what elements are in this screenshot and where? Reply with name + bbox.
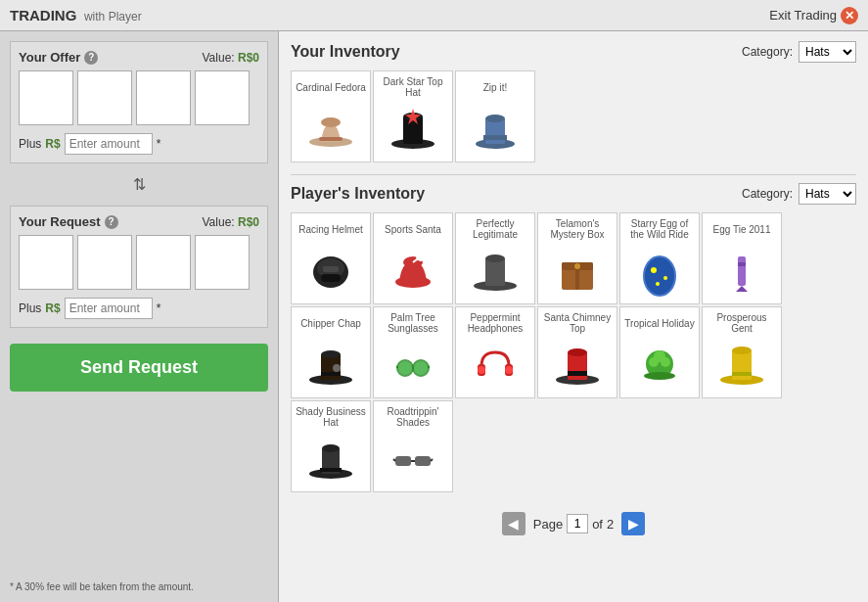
player-inventory-item[interactable]: Prosperous Gent bbox=[702, 306, 782, 398]
item-image bbox=[630, 241, 689, 300]
request-slot-2[interactable] bbox=[77, 235, 132, 290]
request-slot-4[interactable] bbox=[195, 235, 250, 290]
player-inventory-item[interactable]: Perfectly Legitimate bbox=[455, 212, 535, 304]
item-image bbox=[466, 335, 525, 394]
player-inventory-item[interactable]: Sports Santa bbox=[373, 212, 453, 304]
item-name: Tropical Holiday bbox=[624, 311, 694, 335]
offer-asterisk: * bbox=[157, 137, 161, 151]
item-image bbox=[466, 241, 525, 300]
your-inventory-grid: Cardinal FedoraDark Star Top HatZip it! bbox=[291, 70, 856, 162]
svg-point-56 bbox=[644, 372, 675, 380]
item-image bbox=[301, 429, 360, 487]
header-title: TRADING with Player bbox=[10, 7, 142, 23]
player-inventory-item[interactable]: Egg Tie 2011 bbox=[702, 212, 782, 304]
svg-rect-51 bbox=[568, 371, 587, 376]
svg-point-63 bbox=[322, 444, 340, 452]
item-name: Roadtrippin' Shades bbox=[378, 405, 448, 429]
fee-note: * A 30% fee will be taken from the amoun… bbox=[10, 574, 268, 592]
offer-slot-3[interactable] bbox=[136, 70, 191, 125]
svg-point-25 bbox=[574, 263, 580, 269]
svg-point-54 bbox=[649, 357, 659, 367]
item-name: Zip it! bbox=[483, 75, 507, 99]
svg-rect-31 bbox=[738, 256, 746, 286]
svg-rect-10 bbox=[483, 135, 507, 140]
header-bar: TRADING with Player Exit Trading ✕ bbox=[0, 0, 868, 31]
player-inventory-grid: Racing HelmetSports SantaPerfectly Legit… bbox=[291, 212, 856, 492]
svg-rect-33 bbox=[738, 262, 746, 266]
player-inventory-item[interactable]: Peppermint Headphones bbox=[455, 306, 535, 398]
item-image bbox=[301, 99, 360, 158]
request-plus-row: Plus R$ * bbox=[19, 298, 259, 319]
svg-point-30 bbox=[656, 282, 660, 286]
item-name: Chipper Chap bbox=[300, 311, 361, 335]
player-category-label: Category: bbox=[742, 187, 793, 201]
offer-slot-1[interactable] bbox=[19, 70, 73, 125]
your-inventory-item[interactable]: Cardinal Fedora bbox=[291, 70, 371, 162]
send-request-button[interactable]: Send Request bbox=[10, 344, 268, 392]
item-name: Starry Egg of the Wild Ride bbox=[624, 217, 695, 241]
request-asterisk: * bbox=[157, 301, 161, 315]
item-image bbox=[384, 429, 442, 487]
player-inventory-item[interactable]: Telamon's Mystery Box bbox=[537, 212, 617, 304]
svg-point-40 bbox=[413, 360, 429, 376]
request-item-slots bbox=[19, 235, 259, 290]
svg-rect-66 bbox=[415, 456, 431, 466]
item-image bbox=[384, 335, 442, 394]
page-prev-button[interactable]: ◀ bbox=[502, 512, 525, 535]
your-category-select[interactable]: Hats Faces Gear bbox=[799, 41, 856, 63]
svg-point-38 bbox=[333, 364, 341, 372]
svg-point-47 bbox=[505, 366, 513, 374]
item-image bbox=[301, 335, 360, 394]
item-image bbox=[712, 241, 771, 300]
request-slot-1[interactable] bbox=[19, 235, 73, 290]
item-image bbox=[301, 241, 360, 300]
item-name: Racing Helmet bbox=[298, 217, 363, 241]
player-inventory-section: Player's Inventory Category: Hats Faces … bbox=[291, 183, 856, 492]
request-title: Your Request bbox=[19, 214, 101, 229]
arrows-icon: ⇅ bbox=[133, 175, 146, 194]
svg-point-50 bbox=[568, 348, 587, 356]
svg-point-1 bbox=[321, 117, 341, 127]
item-name: Santa Chimney Top bbox=[542, 311, 613, 335]
svg-marker-32 bbox=[736, 286, 748, 292]
request-slot-3[interactable] bbox=[136, 235, 191, 290]
player-inventory-item[interactable]: Chipper Chap bbox=[291, 306, 371, 398]
player-inventory-item[interactable]: Tropical Holiday bbox=[619, 306, 700, 398]
item-name: Peppermint Headphones bbox=[460, 311, 530, 335]
offer-slot-4[interactable] bbox=[195, 70, 250, 125]
player-inventory-item[interactable]: Starry Egg of the Wild Ride bbox=[619, 212, 700, 304]
total-pages: 2 bbox=[607, 517, 614, 532]
offer-plus-label: Plus bbox=[19, 137, 41, 151]
offer-help-icon[interactable]: ? bbox=[84, 51, 98, 65]
request-value-label: Value: R$0 bbox=[203, 215, 260, 229]
item-name: Palm Tree Sunglasses bbox=[378, 311, 448, 335]
exit-trading-label: Exit Trading bbox=[769, 8, 837, 23]
request-help-icon[interactable]: ? bbox=[105, 215, 118, 229]
player-inventory-title: Player's Inventory bbox=[291, 185, 425, 203]
player-inventory-item[interactable]: Racing Helmet bbox=[291, 212, 371, 304]
page-number-input[interactable] bbox=[567, 514, 588, 533]
your-inventory-item[interactable]: Zip it! bbox=[455, 70, 535, 162]
inventory-separator bbox=[291, 174, 856, 175]
svg-rect-4 bbox=[403, 116, 423, 144]
svg-rect-64 bbox=[320, 468, 342, 472]
player-inventory-item[interactable]: Palm Tree Sunglasses bbox=[373, 306, 453, 398]
exit-x-icon: ✕ bbox=[841, 7, 858, 24]
your-inventory-item[interactable]: Dark Star Top Hat bbox=[373, 70, 453, 162]
player-inventory-item[interactable]: Shady Business Hat bbox=[291, 400, 371, 492]
exit-trading-button[interactable]: Exit Trading ✕ bbox=[769, 7, 858, 24]
offer-plus-row: Plus R$ * bbox=[19, 133, 259, 155]
item-image bbox=[712, 335, 771, 394]
request-amount-input[interactable] bbox=[65, 298, 153, 319]
player-category-select[interactable]: Hats Faces Gear bbox=[799, 183, 856, 205]
item-name: Perfectly Legitimate bbox=[460, 217, 530, 241]
page-text: Page of 2 bbox=[533, 514, 614, 533]
offer-amount-input[interactable] bbox=[65, 133, 153, 155]
player-inventory-item[interactable]: Santa Chimney Top bbox=[537, 306, 617, 398]
item-name: Prosperous Gent bbox=[707, 311, 777, 335]
svg-rect-37 bbox=[321, 372, 341, 376]
player-inventory-item[interactable]: Roadtrippin' Shades bbox=[373, 400, 453, 492]
page-next-button[interactable]: ▶ bbox=[621, 512, 645, 535]
offer-slot-2[interactable] bbox=[77, 70, 132, 125]
player-inventory-header: Player's Inventory Category: Hats Faces … bbox=[291, 183, 856, 205]
